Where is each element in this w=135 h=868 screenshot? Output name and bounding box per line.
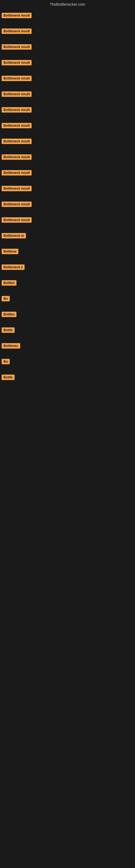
- list-item: Bottleneck re: [0, 228, 135, 244]
- bottleneck-badge[interactable]: Bottlene: [2, 249, 18, 254]
- list-item: Bo: [0, 291, 135, 307]
- list-item: Bottlen: [0, 275, 135, 291]
- bottleneck-badge[interactable]: Bottleneck result: [2, 13, 32, 18]
- bottleneck-badge[interactable]: Bottleneck re: [2, 233, 26, 239]
- site-header: TheBottlenecker.com: [0, 0, 135, 8]
- bottleneck-badge[interactable]: Bottleneck result: [2, 29, 32, 34]
- list-item: Bottleneck result: [0, 118, 135, 133]
- list-item: Bottle: [0, 369, 135, 385]
- bottleneck-badge[interactable]: Bottlenec: [2, 343, 20, 348]
- list-item: Bottlen: [0, 307, 135, 322]
- list-item: Bottleneck result: [0, 39, 135, 55]
- bottleneck-badge[interactable]: Bottleneck result: [2, 60, 32, 65]
- list-item: Bottlene: [0, 244, 135, 259]
- bottleneck-badge[interactable]: Bottlen: [2, 312, 16, 317]
- bottleneck-badge[interactable]: Bottleneck result: [2, 154, 32, 160]
- bottleneck-badge[interactable]: Bottle: [2, 328, 14, 333]
- list-item: Bottle: [0, 322, 135, 338]
- bottleneck-badge[interactable]: Bottleneck result: [2, 123, 32, 128]
- list-item: Bottleneck result: [0, 181, 135, 196]
- bottleneck-badge[interactable]: Bottleneck result: [2, 138, 32, 144]
- list-item: Bottleneck result: [0, 23, 135, 39]
- bottleneck-badge[interactable]: Bottleneck result: [2, 44, 32, 50]
- bottleneck-badge[interactable]: Bottleneck result: [2, 202, 32, 207]
- list-item: Bottlenec: [0, 338, 135, 354]
- list-item: Bottleneck result: [0, 55, 135, 70]
- bottleneck-badge[interactable]: Bottleneck result: [2, 107, 32, 113]
- bottleneck-badge[interactable]: Bottleneck result: [2, 217, 32, 223]
- bottleneck-badge[interactable]: Bo: [2, 359, 10, 364]
- bottleneck-badge[interactable]: Bottleneck e: [2, 265, 25, 270]
- bottleneck-badge[interactable]: Bottleneck result: [2, 186, 32, 191]
- site-title: TheBottlenecker.com: [50, 2, 85, 6]
- list-item: Bo: [0, 354, 135, 369]
- list-item: Bottleneck result: [0, 102, 135, 118]
- list-item: Bottleneck e: [0, 259, 135, 275]
- bottleneck-badge[interactable]: Bottleneck result: [2, 91, 32, 97]
- list-item: Bottleneck result: [0, 212, 135, 228]
- bottleneck-badge[interactable]: Bottleneck result: [2, 76, 32, 81]
- list-item: Bottleneck result: [0, 133, 135, 149]
- bottleneck-badge[interactable]: Bottleneck result: [2, 170, 32, 176]
- list-item: Bottleneck result: [0, 196, 135, 212]
- list-item: Bottleneck result: [0, 8, 135, 23]
- bottleneck-badge[interactable]: Bottle: [2, 375, 14, 380]
- list-item: Bottleneck result: [0, 149, 135, 165]
- list-item: Bottleneck result: [0, 70, 135, 86]
- bottleneck-badge[interactable]: Bottlen: [2, 280, 16, 286]
- list-item: Bottleneck result: [0, 86, 135, 102]
- list-item: Bottleneck result: [0, 165, 135, 181]
- bottleneck-list: Bottleneck resultBottleneck resultBottle…: [0, 8, 135, 385]
- bottleneck-badge[interactable]: Bo: [2, 296, 10, 301]
